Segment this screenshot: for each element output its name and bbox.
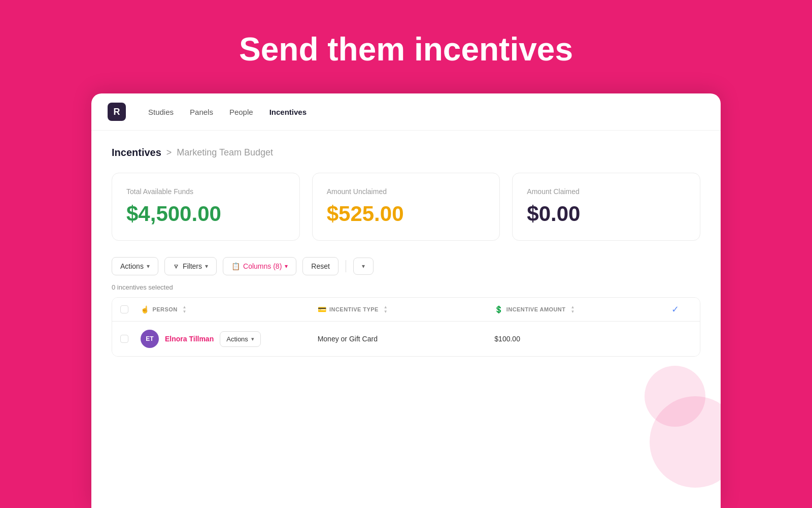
- table-header: ☝ PERSON ▲ ▼ 💳 INCENTIVE TYPE ▲ ▼: [112, 298, 700, 322]
- sort-arrow-up-3: ▲: [570, 305, 574, 309]
- incentive-type-cell: Money or Gift Card: [318, 335, 495, 343]
- card-icon: 💳: [318, 305, 326, 313]
- filter-icon: ⛛: [173, 263, 180, 270]
- header-checkbox-cell: [120, 305, 141, 313]
- stat-value-available: $4,500.00: [126, 202, 285, 226]
- selected-count: 0 incentives selected: [112, 283, 700, 291]
- breadcrumb: Incentives > Marketing Team Budget: [112, 147, 700, 158]
- columns-icon: 📋: [231, 262, 240, 270]
- person-name: Elnora Tillman: [165, 335, 214, 343]
- nav-item-people[interactable]: People: [229, 108, 253, 116]
- reset-button[interactable]: Reset: [302, 257, 339, 275]
- person-sort-arrows[interactable]: ▲ ▼: [183, 305, 187, 314]
- actions-label: Actions: [120, 262, 144, 270]
- incentive-type-sort-arrows[interactable]: ▲ ▼: [384, 305, 388, 314]
- breadcrumb-current: Marketing Team Budget: [177, 147, 273, 158]
- toolbar: Actions ▾ ⛛ Filters ▾ 📋 Columns (8) ▾ Re…: [112, 257, 700, 275]
- filters-button[interactable]: ⛛ Filters ▾: [164, 257, 217, 275]
- th-person: ☝ PERSON ▲ ▼: [141, 305, 318, 314]
- nav-logo: R: [108, 103, 126, 121]
- actions-chevron-icon: ▾: [147, 263, 150, 270]
- th-incentive-amount-label: INCENTIVE AMOUNT: [506, 306, 566, 312]
- hero-title: Send them incentives: [0, 0, 812, 93]
- dollar-icon: 💲: [494, 305, 503, 313]
- sort-arrow-up-2: ▲: [384, 305, 388, 309]
- row-checkbox-cell: [120, 335, 141, 343]
- stat-card-unclaimed: Amount Unclaimed $525.00: [312, 173, 500, 241]
- stat-label-available: Total Available Funds: [126, 187, 285, 196]
- th-incentive-amount: 💲 INCENTIVE AMOUNT ▲ ▼: [494, 305, 671, 314]
- reset-chevron-button[interactable]: ▾: [353, 258, 374, 275]
- stat-value-unclaimed: $525.00: [327, 202, 486, 226]
- reset-extra-chevron-icon: ▾: [362, 263, 365, 270]
- table-row: ET Elnora Tillman Actions ▾ Money or Gif…: [112, 322, 700, 356]
- breadcrumb-separator: >: [166, 147, 172, 158]
- person-cell: ET Elnora Tillman Actions ▾: [141, 330, 318, 348]
- toolbar-divider: [346, 260, 346, 272]
- select-all-checkbox[interactable]: [120, 305, 128, 313]
- stats-row: Total Available Funds $4,500.00 Amount U…: [112, 173, 700, 241]
- th-incentive-type-label: INCENTIVE TYPE: [329, 306, 379, 312]
- nav-item-studies[interactable]: Studies: [148, 108, 174, 116]
- app-container: R Studies Panels People Incentives Incen…: [91, 93, 721, 508]
- incentive-amount-cell: $100.00: [494, 335, 671, 343]
- row-actions-label: Actions: [226, 335, 248, 343]
- filters-chevron-icon: ▾: [205, 263, 208, 270]
- person-icon: ☝: [141, 305, 149, 313]
- nav-item-incentives[interactable]: Incentives: [269, 108, 307, 116]
- row-actions-chevron-icon: ▾: [251, 336, 254, 342]
- breadcrumb-home[interactable]: Incentives: [112, 147, 161, 158]
- nav-item-panels[interactable]: Panels: [190, 108, 213, 116]
- columns-button[interactable]: 📋 Columns (8) ▾: [223, 257, 296, 275]
- decorative-blob-2: [645, 366, 705, 427]
- main-content: Incentives > Marketing Team Budget Total…: [91, 131, 721, 373]
- reset-label: Reset: [311, 262, 330, 270]
- stat-value-claimed: $0.00: [527, 202, 686, 226]
- filters-label: Filters: [183, 262, 202, 270]
- row-actions-button[interactable]: Actions ▾: [220, 331, 261, 347]
- columns-label: Columns (8): [243, 262, 282, 270]
- th-incentive-type: 💳 INCENTIVE TYPE ▲ ▼: [318, 305, 495, 314]
- nav-bar: R Studies Panels People Incentives: [91, 93, 721, 131]
- avatar: ET: [141, 330, 159, 348]
- incentives-table: ☝ PERSON ▲ ▼ 💳 INCENTIVE TYPE ▲ ▼: [112, 297, 700, 357]
- th-check-col: ✓: [671, 304, 692, 315]
- incentive-amount-sort-arrows[interactable]: ▲ ▼: [570, 305, 574, 314]
- sort-arrow-down: ▼: [183, 310, 187, 314]
- check-icon: ✓: [671, 304, 679, 314]
- row-checkbox[interactable]: [120, 335, 128, 343]
- sort-arrow-down-2: ▼: [384, 310, 388, 314]
- stat-card-claimed: Amount Claimed $0.00: [512, 173, 700, 241]
- sort-arrow-up: ▲: [183, 305, 187, 309]
- th-person-label: PERSON: [152, 306, 177, 312]
- decorative-blob-1: [650, 396, 721, 488]
- stat-label-unclaimed: Amount Unclaimed: [327, 187, 486, 196]
- columns-chevron-icon: ▾: [285, 263, 288, 270]
- stat-label-claimed: Amount Claimed: [527, 187, 686, 196]
- sort-arrow-down-3: ▼: [570, 310, 574, 314]
- stat-card-available: Total Available Funds $4,500.00: [112, 173, 300, 241]
- actions-dropdown-button[interactable]: Actions ▾: [112, 257, 158, 275]
